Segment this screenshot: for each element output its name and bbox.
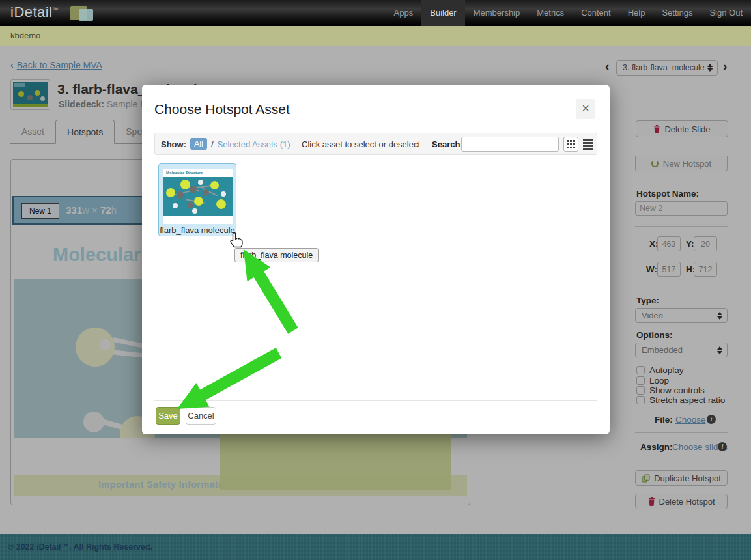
nav-item-membership[interactable]: Membership bbox=[465, 0, 529, 26]
molecule-ball bbox=[166, 188, 175, 197]
nav-item-content[interactable]: Content bbox=[573, 0, 619, 26]
copyright-text: © 2022 iDetail™. All Rights Reserved. bbox=[8, 534, 152, 560]
molecule-ball bbox=[216, 199, 226, 209]
close-icon[interactable]: × bbox=[576, 99, 595, 119]
toolbar-hint-text: Click asset to select or deselect bbox=[302, 139, 420, 149]
molecule-ball bbox=[198, 180, 203, 185]
asset-thumbnail-background bbox=[163, 177, 233, 216]
molecule-ball bbox=[203, 189, 209, 196]
nav-item-metrics[interactable]: Metrics bbox=[528, 0, 573, 26]
molecule-ball bbox=[194, 197, 203, 206]
cancel-button[interactable]: Cancel bbox=[186, 407, 216, 425]
asset-name: flarb_flava molecule bbox=[159, 225, 236, 235]
grid-view-icon bbox=[567, 140, 575, 148]
molecule-ball bbox=[221, 191, 226, 197]
filter-all-badge[interactable]: All bbox=[190, 138, 207, 150]
molecule-ball bbox=[210, 181, 219, 189]
logo-teal-square-icon bbox=[79, 9, 93, 21]
modal-title: Choose Hotspot Asset bbox=[154, 102, 290, 117]
nav-item-settings[interactable]: Settings bbox=[653, 0, 701, 26]
molecule-ball bbox=[192, 208, 197, 214]
environment-label: kbdemo bbox=[10, 26, 40, 46]
show-filter-group: Show: All / Selected Assets (1) bbox=[161, 138, 290, 150]
asset-thumbnail: Molecular Structure bbox=[163, 169, 233, 224]
top-navbar: iDetail™ Apps Builder Membership Metrics… bbox=[0, 0, 751, 26]
nav-item-apps[interactable]: Apps bbox=[386, 0, 422, 26]
asset-tile-selected[interactable]: Molecular Structure bbox=[158, 163, 236, 236]
asset-hover-tooltip: flarb_flava molecule bbox=[234, 248, 319, 262]
asset-thumbnail-footer bbox=[163, 216, 233, 224]
search-input[interactable] bbox=[461, 137, 559, 152]
filter-selected-assets-link[interactable]: Selected Assets (1) bbox=[218, 139, 290, 149]
molecule-ball bbox=[177, 191, 184, 199]
modal-footer-divider bbox=[154, 400, 597, 401]
molecule-ball bbox=[180, 180, 190, 189]
hand-cursor-icon bbox=[229, 232, 244, 251]
app-screen: iDetail™ Apps Builder Membership Metrics… bbox=[0, 0, 751, 560]
molecule-ball bbox=[187, 202, 193, 208]
show-label: Show: bbox=[161, 139, 186, 149]
search-label: Search: bbox=[432, 139, 463, 149]
environment-bar: kbdemo bbox=[0, 26, 751, 46]
molecule-ball bbox=[190, 186, 197, 193]
save-button[interactable]: Save bbox=[156, 407, 180, 425]
app-logo: iDetail™ bbox=[10, 4, 59, 21]
nav-item-sign-out[interactable]: Sign Out bbox=[701, 0, 751, 26]
logo-text: iDetail bbox=[10, 4, 53, 20]
trademark-symbol: ™ bbox=[53, 7, 59, 13]
page-footer: © 2022 iDetail™. All Rights Reserved. bbox=[0, 534, 751, 560]
nav-item-builder[interactable]: Builder bbox=[421, 0, 464, 26]
asset-thumbnail-header: Molecular Structure bbox=[163, 169, 233, 177]
navbar-menu: Apps Builder Membership Metrics Content … bbox=[386, 0, 751, 26]
nav-item-help[interactable]: Help bbox=[619, 0, 654, 26]
asset-toolbar: Show: All / Selected Assets (1) Click as… bbox=[154, 133, 597, 155]
grid-view-button[interactable] bbox=[563, 137, 578, 152]
filter-separator: / bbox=[211, 139, 214, 149]
molecule-ball bbox=[173, 203, 178, 208]
list-view-icon[interactable] bbox=[583, 139, 593, 150]
choose-hotspot-asset-modal: Choose Hotspot Asset × Show: All / Selec… bbox=[142, 85, 610, 434]
